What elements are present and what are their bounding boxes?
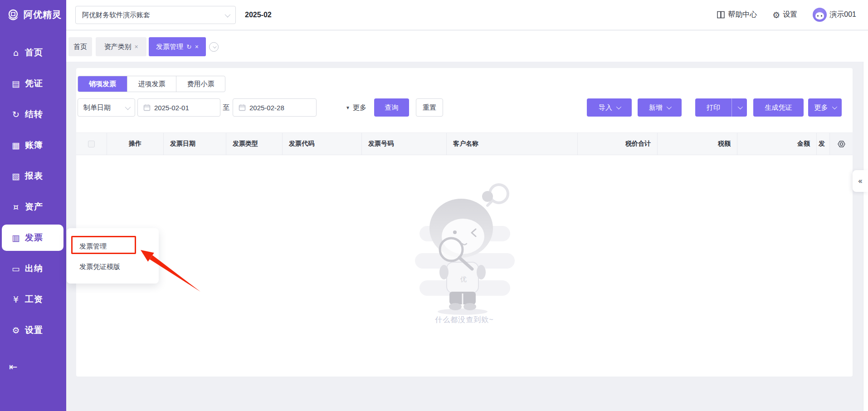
column-tax-amount: 税额 — [658, 133, 737, 155]
chevron-down-icon — [125, 104, 131, 110]
tab-sales-invoice[interactable]: 销项发票 — [78, 76, 127, 92]
help-center-link[interactable]: 帮助中心 — [717, 10, 757, 20]
topbar-right: 帮助中心 ⚙ 设置 演示001 — [717, 0, 856, 29]
submenu-invoice-management[interactable]: 发票管理 — [67, 238, 159, 255]
tab-input-invoice[interactable]: 进项发票 — [127, 76, 176, 92]
more-filters-toggle[interactable]: ▼ 更多 — [346, 98, 366, 117]
account-set-select[interactable]: 阿优财务软件演示账套 — [75, 6, 236, 24]
topbar: 阿优财务软件演示账套 2025-02 帮助中心 ⚙ 设置 演示001 — [66, 0, 868, 29]
calendar-icon — [239, 104, 246, 111]
carryover-icon: ↻ — [11, 109, 21, 119]
tab-home[interactable]: 首页 — [68, 37, 92, 56]
period-label[interactable]: 2025-02 — [245, 0, 272, 29]
sidebar-item-ledger[interactable]: ▦ 账簿 — [0, 130, 66, 161]
user-menu[interactable]: 演示001 — [813, 8, 856, 22]
date-from-input[interactable]: 2025-02-01 — [137, 98, 220, 117]
app-logo: 阿优精灵 — [0, 0, 66, 29]
table-header: 操作 发票日期 发票类型 发票代码 发票号码 客户名称 税价合计 税额 金额 发 — [76, 132, 853, 155]
column-operation: 操作 — [107, 133, 164, 155]
invoice-panel: 销项发票 进项发票 费用小票 制单日期 2025-02-01 至 — [76, 68, 853, 377]
sidebar-item-reports[interactable]: ▧ 报表 — [0, 161, 66, 191]
chevron-down-icon — [225, 11, 231, 17]
sidebar-item-cashier[interactable]: ▭ 出纳 — [0, 253, 66, 284]
panel-collapse-tab[interactable]: « — [853, 170, 868, 192]
more-actions-button[interactable]: 更多 — [808, 98, 842, 117]
date-range-separator: 至 — [223, 98, 229, 117]
right-edge-strip — [863, 31, 868, 411]
chevron-down-icon — [832, 104, 837, 109]
sidebar-item-carryover[interactable]: ↻ 结转 — [0, 99, 66, 130]
add-button[interactable]: 新增 — [638, 98, 682, 117]
sidebar-item-settings[interactable]: ⚙ 设置 — [0, 315, 66, 346]
avatar — [813, 8, 827, 22]
column-tax-price-total: 税价合计 — [578, 133, 658, 155]
asset-icon: ¤ — [11, 202, 21, 212]
settings-icon: ⚙ — [11, 325, 21, 335]
sidebar-item-home[interactable]: ⌂ 首页 — [0, 37, 66, 68]
ledger-icon: ▦ — [11, 140, 21, 150]
date-to-input[interactable]: 2025-02-28 — [233, 98, 317, 117]
svg-text:优: 优 — [460, 275, 467, 283]
app-screen: 阿优精灵 ⌂ 首页 ▤ 凭证 ↻ 结转 ▦ 账簿 ▧ 报表 — [0, 0, 868, 411]
triangle-down-icon: ▼ — [346, 105, 350, 110]
chevron-down-icon — [667, 104, 672, 109]
cashier-icon: ▭ — [11, 264, 21, 274]
submenu-invoice-voucher-template[interactable]: 发票凭证模版 — [67, 258, 159, 275]
column-settings-cell — [830, 133, 853, 155]
select-all-cell — [76, 133, 107, 155]
close-icon[interactable]: × — [134, 43, 138, 50]
print-button[interactable]: 打印 — [695, 103, 731, 112]
sidebar-nav: ⌂ 首页 ▤ 凭证 ↻ 结转 ▦ 账簿 ▧ 报表 ¤ 资产 — [0, 37, 66, 346]
date-to-value: 2025-02-28 — [249, 104, 284, 112]
tab-invoice-management[interactable]: 发票管理 ↻ × — [149, 37, 206, 56]
print-split-button[interactable]: 打印 — [695, 98, 747, 117]
home-icon: ⌂ — [11, 48, 21, 58]
tab-expense-receipt[interactable]: 费用小票 — [176, 76, 225, 92]
column-customer-name: 客户名称 — [447, 133, 578, 155]
sidebar-collapse-icon[interactable]: ⇤ — [9, 361, 17, 372]
tab-asset-category[interactable]: 资产类别 × — [96, 37, 146, 56]
column-truncated: 发 — [817, 133, 830, 155]
column-invoice-number: 发票号码 — [362, 133, 447, 155]
sidebar: 阿优精灵 ⌂ 首页 ▤ 凭证 ↻ 结转 ▦ 账簿 ▧ 报表 — [0, 0, 66, 411]
logo-coin-icon — [6, 8, 20, 22]
reset-button[interactable]: 重置 — [416, 98, 443, 117]
empty-state-text: 什么都没查到欸~ — [76, 315, 853, 325]
date-from-value: 2025-02-01 — [154, 104, 189, 112]
voucher-icon: ▤ — [11, 78, 21, 88]
report-icon: ▧ — [11, 171, 21, 181]
salary-icon: ¥ — [11, 294, 21, 304]
generate-voucher-button[interactable]: 生成凭证 — [753, 98, 804, 117]
column-settings-icon[interactable] — [837, 140, 846, 148]
sidebar-item-voucher[interactable]: ▤ 凭证 — [0, 68, 66, 99]
invoice-submenu: 发票管理 发票凭证模版 — [67, 228, 159, 284]
chevron-down-icon — [616, 104, 621, 109]
sidebar-item-invoice[interactable]: ▥ 发票 — [2, 225, 63, 251]
calendar-icon — [143, 104, 151, 111]
page-tabbar: 首页 资产类别 × 发票管理 ↻ × — [66, 31, 868, 62]
filter-field-select[interactable]: 制单日期 — [78, 98, 135, 117]
gear-icon: ⚙ — [772, 10, 780, 20]
column-invoice-type: 发票类型 — [226, 133, 283, 155]
refresh-icon[interactable]: ↻ — [186, 43, 192, 50]
sidebar-item-salary[interactable]: ¥ 工资 — [0, 284, 66, 315]
app-name: 阿优精灵 — [24, 9, 62, 21]
settings-link[interactable]: ⚙ 设置 — [772, 10, 797, 20]
account-set-value: 阿优财务软件演示账套 — [82, 11, 150, 20]
book-icon — [717, 11, 725, 19]
sidebar-item-assets[interactable]: ¤ 资产 — [0, 191, 66, 222]
print-dropdown-button[interactable] — [732, 106, 747, 109]
tab-list-dropdown-icon[interactable] — [209, 42, 219, 52]
close-icon[interactable]: × — [195, 43, 199, 50]
select-all-checkbox[interactable] — [88, 141, 95, 147]
empty-state-mascot: 优 — [415, 179, 515, 318]
import-button[interactable]: 导入 — [587, 98, 632, 117]
invoice-type-tabs: 销项发票 进项发票 费用小票 — [78, 76, 225, 92]
invoice-icon: ▥ — [11, 233, 21, 243]
chevron-down-icon — [737, 104, 742, 109]
username: 演示001 — [829, 10, 856, 20]
query-button[interactable]: 查询 — [374, 98, 409, 117]
column-invoice-code: 发票代码 — [283, 133, 362, 155]
column-invoice-date: 发票日期 — [164, 133, 226, 155]
column-amount: 金额 — [737, 133, 817, 155]
